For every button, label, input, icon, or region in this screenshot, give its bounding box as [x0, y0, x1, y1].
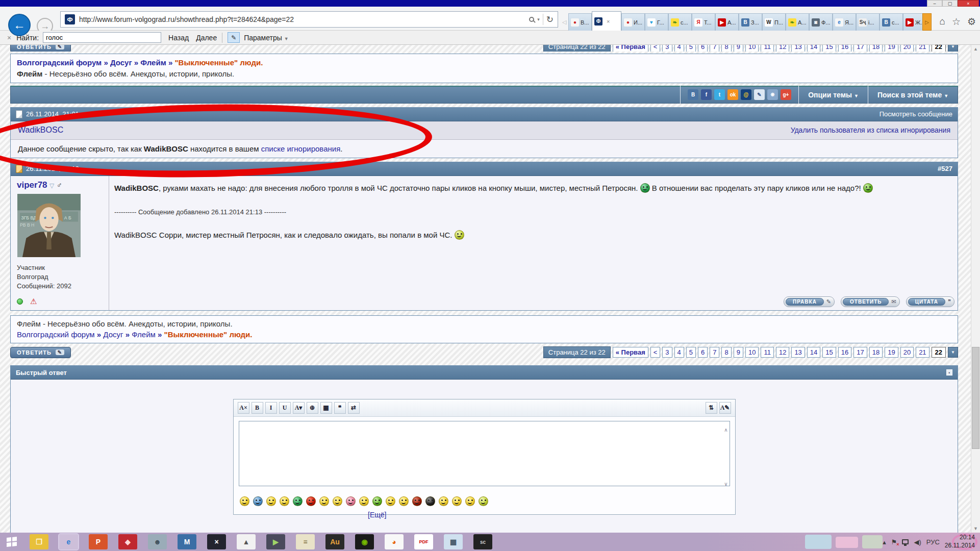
firefox-icon[interactable]: ◕ [385, 534, 404, 549]
browser-tab[interactable]: e Я... [833, 13, 856, 31]
page-link[interactable]: 14 [807, 45, 820, 52]
page-link[interactable]: 8 [721, 45, 731, 52]
smiley-cool[interactable] [333, 496, 342, 506]
insert-link-icon[interactable]: ⊕ [307, 402, 318, 414]
italic-icon[interactable]: I [265, 402, 277, 414]
page-link[interactable]: 8 [721, 347, 731, 358]
remove-format-icon[interactable]: A× [238, 402, 249, 414]
browser-tab[interactable]: ❧ с... [668, 13, 692, 31]
file-explorer-icon[interactable]: ❒ [30, 534, 48, 549]
scrollbar-thumb[interactable] [972, 347, 979, 449]
smiley-sick[interactable] [372, 496, 382, 506]
scroll-down-icon[interactable]: ▼ [971, 524, 980, 533]
remove-from-ignore-link[interactable]: Удалить пользователя из списка игнориров… [791, 126, 950, 134]
highlight-pencil-icon[interactable]: ✎ [228, 32, 240, 43]
page-link[interactable]: 13 [791, 347, 805, 358]
page-link[interactable]: 19 [885, 45, 898, 52]
page-link[interactable]: 5 [686, 45, 696, 52]
smiley-smile[interactable] [240, 496, 249, 506]
page-first-link[interactable]: « Первая [613, 45, 648, 52]
find-input[interactable] [43, 32, 161, 43]
page-link[interactable]: 5 [686, 347, 696, 358]
user-dropdown-icon[interactable]: ▽ [49, 182, 54, 189]
textarea-scroll-down-icon[interactable]: ∨ [724, 481, 727, 487]
smiley-laugh[interactable] [319, 496, 329, 506]
page-link[interactable]: 16 [838, 45, 851, 52]
findbar-close-icon[interactable]: × [7, 34, 11, 42]
browser-tab[interactable]: Ѕҷ i... [856, 13, 880, 31]
back-button[interactable]: ← [8, 14, 31, 36]
quote-button[interactable]: ЦИТАТА❞ [906, 296, 954, 307]
smiley-happy[interactable] [266, 496, 276, 506]
nvidia-icon[interactable]: ◉ [355, 534, 374, 549]
page-link[interactable]: 4 [674, 347, 684, 358]
page-link[interactable]: 18 [869, 45, 883, 52]
twitter-icon[interactable]: t [714, 89, 725, 100]
smiley-grin[interactable] [293, 496, 303, 506]
page-link[interactable]: 19 [885, 347, 898, 358]
page-link[interactable]: 11 [761, 347, 774, 358]
maximize-button[interactable]: ▢ [942, 0, 958, 7]
browser-tab[interactable]: ● В... [568, 13, 592, 31]
address-bar[interactable]: Ф http://www.forum-volgograd.ru/showthre… [60, 11, 558, 28]
smiley-neutral[interactable] [280, 496, 289, 506]
smiley-point[interactable] [452, 496, 462, 506]
font-color-icon[interactable]: A▾ [293, 402, 305, 414]
page-prev-link[interactable]: < [650, 347, 661, 358]
page-link[interactable]: 18 [869, 347, 883, 358]
browser-tab[interactable]: В З... [739, 13, 762, 31]
tab-close-icon[interactable]: × [607, 18, 610, 24]
page-link[interactable]: 7 [710, 45, 719, 52]
page-link[interactable]: 4 [674, 45, 684, 52]
tray-expand-icon[interactable]: ▴ [883, 538, 886, 546]
office-app-icon[interactable]: P [89, 534, 108, 549]
page-link[interactable]: 17 [853, 347, 867, 358]
breadcrumb-fleim-link[interactable]: Флейм [140, 58, 166, 67]
smiley-dark[interactable] [425, 496, 435, 506]
search-caret-icon[interactable]: ▾ [537, 17, 540, 22]
smiley-wink[interactable] [439, 496, 448, 506]
favorites-star-icon[interactable]: ☆ [952, 16, 961, 28]
avatar[interactable]: ЗГБ ВД А Б РВ В Н [17, 194, 81, 257]
m-app-icon[interactable]: M [178, 534, 196, 549]
browser-tab[interactable]: ● И... [621, 13, 645, 31]
reply-button-bottom[interactable]: ОТВЕТИТЬ✎ [10, 347, 71, 358]
post-number-link[interactable]: #527 [938, 165, 952, 172]
more-smileys-link[interactable]: [Ещё] [368, 511, 386, 519]
smiley-bow[interactable] [479, 496, 488, 506]
editor-mode-icon[interactable]: A✎ [719, 402, 731, 414]
page-link[interactable]: 16 [838, 347, 851, 358]
mailru-icon[interactable]: @ [741, 89, 751, 100]
page-link[interactable]: 20 [900, 45, 914, 52]
scaler-app-icon[interactable]: sc [473, 534, 492, 549]
network-icon[interactable] [902, 539, 909, 544]
ignore-list-link[interactable]: списке игнорирования [261, 144, 341, 153]
page-link[interactable]: 6 [698, 45, 708, 52]
wrap-tags-icon[interactable]: ⇄ [348, 402, 360, 414]
edit-button[interactable]: ПРАВКА✎ [784, 296, 835, 307]
page-link[interactable]: 12 [776, 347, 789, 358]
contacts-app-icon[interactable]: ☻ [148, 534, 167, 549]
odnoklassniki-icon[interactable]: ok [727, 89, 738, 100]
googleplus-icon[interactable]: g+ [781, 89, 791, 100]
view-message-link[interactable]: Посмотреть сообщение [880, 110, 952, 118]
smiley-mad[interactable] [306, 496, 316, 506]
home-icon[interactable]: ⌂ [939, 16, 945, 28]
browser-tab[interactable]: Я Т... [692, 13, 715, 31]
find-options-button[interactable]: Параметры ▼ [244, 34, 288, 42]
breadcrumb-root-link[interactable]: Волгоградский форум [17, 58, 102, 67]
page-link[interactable]: 20 [900, 347, 914, 358]
refresh-icon[interactable]: ↻ [546, 14, 554, 25]
smiley-smirk[interactable] [386, 496, 395, 506]
smiley-walker[interactable] [399, 496, 409, 506]
page-link[interactable]: 21 [916, 347, 929, 358]
username-link[interactable]: viper78 [17, 180, 47, 190]
page-dropdown-icon[interactable]: ▼ [948, 347, 958, 358]
red-app-icon[interactable]: ◆ [118, 534, 137, 549]
browser-tab[interactable]: В с... [880, 13, 903, 31]
reply-button-top[interactable]: ОТВЕТИТЬ✎ [10, 45, 71, 52]
vk-icon[interactable]: В [688, 89, 698, 100]
smiley-blush[interactable] [346, 496, 356, 506]
browser-tab[interactable]: Ф × [592, 11, 621, 31]
page-link[interactable]: 3 [662, 347, 672, 358]
